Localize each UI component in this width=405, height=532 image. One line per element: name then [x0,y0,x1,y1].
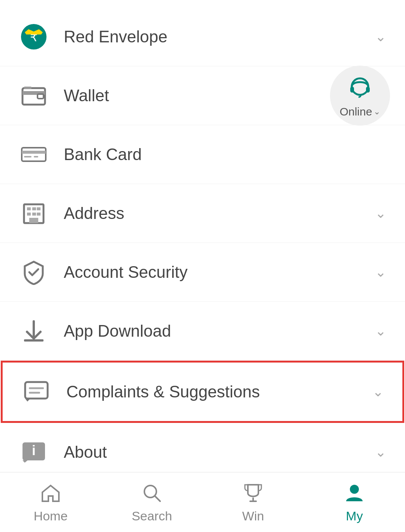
menu-item-wallet[interactable]: Wallet Online⌄ [0,66,405,125]
svg-rect-17 [37,207,40,210]
my-nav-label: My [346,509,363,523]
home-nav-label: Home [34,509,68,523]
address-chevron: ⌄ [375,205,386,221]
svg-rect-9 [366,87,370,93]
online-label: Online⌄ [340,105,381,118]
online-support-bubble[interactable]: Online⌄ [330,66,390,126]
address-icon [19,198,49,228]
svg-rect-20 [37,213,40,216]
svg-rect-18 [27,213,31,216]
svg-rect-10 [22,148,46,161]
svg-rect-31 [249,501,257,502]
bank-card-label: Bank Card [64,145,371,164]
complaints-suggestions-label: Complaints & Suggestions [66,382,369,401]
menu-item-bank-card[interactable]: Bank Card ⌄ [0,125,405,184]
nav-item-my[interactable]: My [304,481,405,523]
svg-rect-13 [34,156,38,157]
bank-card-icon [19,139,49,169]
win-nav-label: Win [242,509,264,523]
bottom-nav: Home Search Win [0,472,405,532]
svg-rect-24 [29,387,44,389]
red-envelope-icon: ₹ [19,22,49,52]
my-icon [342,481,366,505]
svg-rect-15 [27,207,31,210]
home-icon [39,481,63,505]
red-envelope-chevron: ⌄ [375,29,386,45]
app-download-chevron: ⌄ [375,323,386,339]
nav-item-search[interactable]: Search [101,481,202,523]
svg-point-7 [352,78,368,95]
svg-rect-23 [25,382,48,399]
wallet-icon [19,81,49,111]
account-security-chevron: ⌄ [375,264,386,280]
svg-rect-19 [32,213,36,216]
svg-point-32 [350,485,359,494]
svg-rect-11 [22,151,46,154]
app-download-icon [19,316,49,346]
nav-item-home[interactable]: Home [0,481,101,523]
svg-line-29 [155,496,160,501]
main-content: ₹ Red Envelope ⌄ Wallet [0,0,405,472]
complaints-suggestions-chevron: ⌄ [372,384,384,400]
svg-rect-25 [29,392,40,394]
svg-rect-22 [24,339,44,342]
svg-rect-6 [24,87,32,89]
about-icon: i [19,437,49,467]
account-security-label: Account Security [64,263,371,282]
svg-rect-12 [24,156,32,157]
nav-item-win[interactable]: Win [202,481,304,523]
win-icon [241,481,265,505]
svg-rect-8 [350,87,354,93]
search-nav-label: Search [132,509,172,523]
svg-rect-16 [32,207,36,210]
svg-text:i: i [32,443,36,458]
menu-item-red-envelope[interactable]: ₹ Red Envelope ⌄ [0,7,405,66]
menu-item-address[interactable]: Address ⌄ [0,184,405,243]
red-envelope-label: Red Envelope [64,27,371,46]
menu-item-complaints-suggestions[interactable]: Complaints & Suggestions ⌄ [1,361,404,423]
menu-item-account-security[interactable]: Account Security ⌄ [0,243,405,302]
address-label: Address [64,204,371,223]
about-label: About [64,443,371,462]
svg-rect-3 [22,88,45,105]
svg-rect-21 [29,218,38,223]
complaints-icon [21,377,51,407]
menu-item-about[interactable]: i About ⌄ [0,423,405,472]
app-download-label: App Download [64,322,371,340]
menu-item-app-download[interactable]: App Download ⌄ [0,302,405,361]
account-security-icon [19,257,49,287]
about-chevron: ⌄ [375,444,386,460]
svg-rect-5 [38,94,44,99]
search-icon [140,481,164,505]
